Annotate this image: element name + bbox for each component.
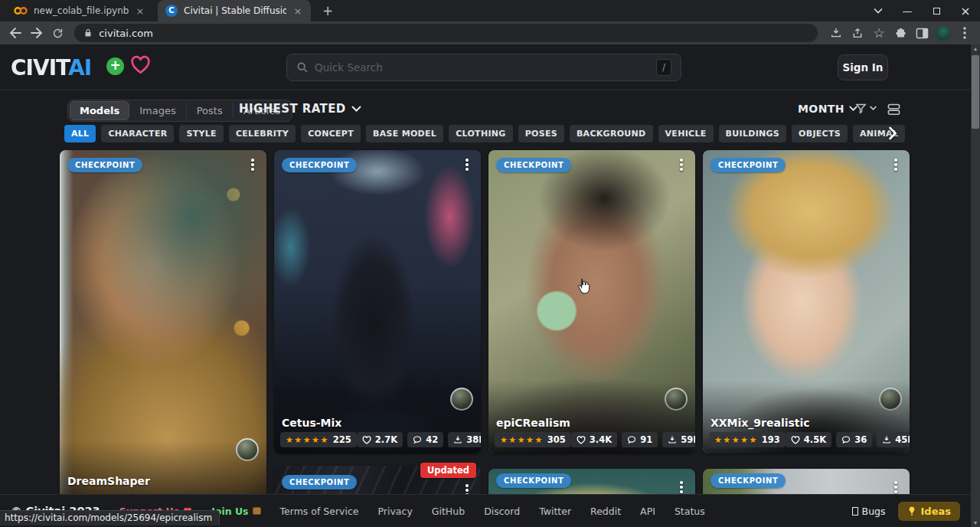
category-chip-clothing[interactable]: CLOTHING <box>449 125 512 142</box>
model-title: Cetus-Mix <box>282 417 341 429</box>
footer-link-privacy[interactable]: Privacy <box>378 506 413 517</box>
star-icons: ★★★★★ <box>286 435 329 445</box>
model-title: DreamShaper <box>67 475 150 487</box>
category-chip-vehicle[interactable]: VEHICLE <box>658 125 714 142</box>
tab-title: Civitai | Stable Diffusion models, <box>184 5 286 16</box>
reload-icon[interactable] <box>47 23 68 43</box>
likes-pill: 2.7K <box>357 432 403 447</box>
footer-link-terms[interactable]: Terms of Service <box>280 506 359 517</box>
lightbulb-icon <box>907 506 916 516</box>
page-scrollbar[interactable]: ▴ ▾ <box>971 44 980 527</box>
model-title: XXMix_9realistic <box>710 417 810 429</box>
forward-icon[interactable] <box>26 23 47 43</box>
minimize-button[interactable]: — <box>893 0 922 21</box>
quick-search[interactable]: / <box>286 54 681 81</box>
bug-icon <box>852 507 858 516</box>
period-select[interactable]: MONTH <box>798 103 858 115</box>
profile-avatar[interactable] <box>933 23 954 43</box>
browser-menu-icon[interactable] <box>954 23 975 43</box>
layout-grid-icon <box>887 103 901 116</box>
bugs-button[interactable]: Bugs <box>852 506 886 517</box>
new-tab-button[interactable]: + <box>318 2 337 21</box>
tab-close-icon[interactable]: × <box>292 5 303 17</box>
card-menu-icon[interactable] <box>675 480 688 495</box>
categories-scroll-right-icon[interactable] <box>888 126 897 140</box>
rating-pill: ★★★★★225 <box>280 432 357 447</box>
category-chip-all[interactable]: ALL <box>64 125 96 142</box>
category-chip-poses[interactable]: POSES <box>518 125 564 142</box>
tab-close-icon[interactable]: × <box>135 5 145 17</box>
model-type-badge: CHECKPOINT <box>710 473 786 488</box>
tab-posts[interactable]: Posts <box>187 102 234 119</box>
search-icon <box>296 61 309 74</box>
updated-badge: Updated <box>420 463 476 478</box>
card-menu-icon[interactable] <box>889 157 903 172</box>
extensions-puzzle-icon[interactable] <box>890 23 911 43</box>
category-chip-style[interactable]: STYLE <box>179 125 223 142</box>
browser-tab-civitai[interactable]: C Civitai | Stable Diffusion models, × <box>158 0 311 21</box>
tab-search-icon[interactable] <box>864 0 893 21</box>
civitai-favicon: C <box>165 5 178 17</box>
footer-link-twitter[interactable]: Twitter <box>539 506 571 517</box>
tab-title: new_colab_file.ipynb - Colaborat <box>34 5 129 16</box>
category-filter-bar: ALL CHARACTER STYLE CELEBRITY CONCEPT BA… <box>64 125 910 145</box>
tab-models[interactable]: Models <box>70 101 129 120</box>
download-icon <box>882 435 891 444</box>
url-text: civitai.com <box>99 28 153 39</box>
category-chip-background[interactable]: BACKGROUND <box>570 125 653 142</box>
model-stats: ★★★★★305 3.4K 91 59K <box>495 432 689 447</box>
close-button[interactable]: × <box>951 0 980 21</box>
rating-pill: ★★★★★305 <box>495 432 571 447</box>
back-icon[interactable] <box>5 23 26 43</box>
model-card-epicrealism[interactable]: CHECKPOINT epiCRealism ★★★★★305 3.4K 91 … <box>488 150 695 453</box>
address-bar[interactable]: civitai.com <box>74 24 818 42</box>
browse-controls: Models Images Posts Articles HIGHEST RAT… <box>0 100 971 123</box>
model-type-badge: CHECKPOINT <box>282 158 357 172</box>
comments-pill: 91 <box>622 432 658 447</box>
model-card-dreamshaper[interactable]: CHECKPOINT DreamShaper <box>60 150 266 521</box>
category-chip-celebrity[interactable]: CELEBRITY <box>229 125 296 142</box>
layout-toggle-button[interactable] <box>887 103 901 116</box>
card-menu-icon[interactable] <box>675 157 688 172</box>
tab-images[interactable]: Images <box>129 102 187 119</box>
footer-link-reddit[interactable]: Reddit <box>590 506 621 517</box>
footer-link-discord[interactable]: Discord <box>484 506 520 517</box>
category-chip-character[interactable]: CHARACTER <box>101 125 174 142</box>
filter-button[interactable] <box>854 102 877 115</box>
downloads-pill: 38K <box>448 432 481 447</box>
scroll-up-arrow[interactable]: ▴ <box>971 45 980 52</box>
sort-select[interactable]: HIGHEST RATED <box>239 102 361 116</box>
search-input[interactable] <box>315 61 650 74</box>
download-icon <box>668 435 677 444</box>
sign-in-button[interactable]: Sign In <box>838 54 888 80</box>
support-heart-icon[interactable] <box>130 55 151 74</box>
bookmark-star-icon[interactable]: ☆ <box>868 23 890 43</box>
model-card-xxmix9realistic[interactable]: CHECKPOINT XXMix_9realistic ★★★★★193 4.5… <box>703 150 910 453</box>
download-page-icon[interactable] <box>825 23 847 43</box>
maximize-button[interactable] <box>922 0 951 21</box>
category-chip-concept[interactable]: CONCEPT <box>301 125 361 142</box>
model-card-cetus-mix[interactable]: CHECKPOINT Cetus-Mix ★★★★★225 2.7K 42 38… <box>274 150 481 453</box>
footer-link-status[interactable]: Status <box>675 506 705 517</box>
star-icons: ★★★★★ <box>500 435 544 445</box>
upload-plus-button[interactable]: + <box>106 57 124 75</box>
category-chip-objects[interactable]: OBJECTS <box>792 125 848 142</box>
civitai-logo[interactable]: CIVITAI <box>11 55 91 81</box>
toolbar-right-icons: ☆ <box>825 23 975 43</box>
footer-link-api[interactable]: API <box>640 506 655 517</box>
category-chip-base-model[interactable]: BASE MODEL <box>366 125 443 142</box>
card-menu-icon[interactable] <box>460 157 474 172</box>
share-icon[interactable] <box>847 23 868 43</box>
category-chip-buildings[interactable]: BUILDINGS <box>719 125 787 142</box>
scrollbar-thumb[interactable] <box>972 55 979 129</box>
comments-pill: 36 <box>836 432 872 447</box>
browser-tab-colab[interactable]: new_colab_file.ipynb - Colaborat × <box>6 0 153 21</box>
rating-pill: ★★★★★193 <box>709 432 786 447</box>
footer-link-github[interactable]: GitHub <box>432 506 465 517</box>
side-panel-icon[interactable] <box>911 23 933 43</box>
scroll-down-arrow[interactable]: ▾ <box>971 519 980 526</box>
card-menu-icon[interactable] <box>889 480 903 495</box>
ideas-button[interactable]: Ideas <box>898 502 960 521</box>
card-menu-icon[interactable] <box>246 157 260 172</box>
star-icons: ★★★★★ <box>714 435 758 445</box>
